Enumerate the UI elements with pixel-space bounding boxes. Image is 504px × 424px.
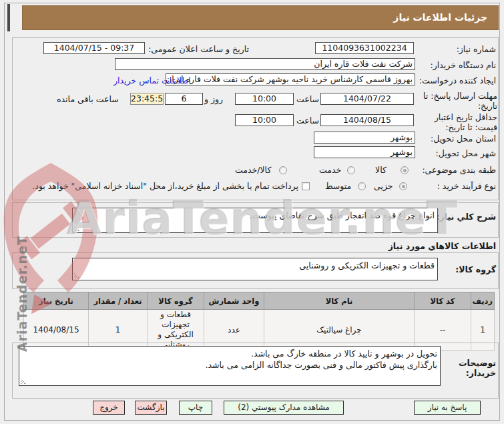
subject-class-label: طبقه بندی موضوعی:: [422, 165, 496, 175]
col-goods-name: نام کالا: [264, 292, 415, 310]
countdown-timer: 23:45:50: [130, 93, 164, 105]
price-validity-label: حداقل تاریخ اعتبار قیمت: تا تاریخ:: [423, 112, 497, 132]
goods-group-textarea[interactable]: قطعات و تجهیزات الکتریکی و روشنایی: [72, 258, 438, 280]
days-remaining-field[interactable]: 6: [165, 93, 203, 105]
request-creator-field[interactable]: بهروز قاسمی کارشناس خرید ناحیه بوشهر شرک…: [166, 73, 415, 85]
province-field[interactable]: بوشهر: [314, 132, 415, 144]
need-desc-value: انواع چراغ قوه ضد انفجار طبق شرح تقاضای …: [250, 210, 435, 220]
col-row-number: ردیف: [471, 292, 495, 310]
col-goods-code: کد کالا: [415, 292, 471, 310]
resize-handle-icon[interactable]: [21, 378, 27, 384]
goods-group-label: گروه کالا:: [455, 264, 496, 274]
table-header-row: ردیف کد کالا نام کالا واحد شمارش گروه کا…: [24, 292, 495, 310]
radio-goods-label: کالا: [375, 165, 387, 175]
process-type-label: نوع فرآیند خرید :: [437, 181, 496, 191]
radio-medium-label: متوسط: [325, 181, 351, 191]
need-number-field[interactable]: 1104093631002234: [315, 42, 414, 54]
price-validity-date-field[interactable]: 1404/08/15: [320, 114, 414, 126]
announce-datetime-field[interactable]: 1404/07/15 - 09:37: [43, 42, 145, 54]
price-validity-hour-label: ساعت: [296, 116, 319, 126]
buyer-org-field[interactable]: شرکت نفت فلات قاره ایران: [115, 58, 415, 70]
city-label: شهر محل تحویل:: [436, 148, 496, 158]
need-number-label: شماره نیاز:: [457, 44, 496, 54]
radio-service[interactable]: [347, 166, 355, 174]
goods-section-title: اطلاعات کالاهاي مورد نیاز: [389, 241, 496, 251]
resize-handle-icon[interactable]: [74, 272, 80, 278]
buyer-org-label: نام دستگاه خریدار:: [431, 60, 496, 70]
need-desc-textarea[interactable]: انواع چراغ قوه ضد انفجار طبق شرح تقاضای …: [72, 208, 438, 233]
buyer-notes-label: توضیحات خریدار:: [446, 358, 496, 378]
reply-deadline-label: مهلت ارسال پاسخ: تا تاریخ:: [419, 91, 497, 111]
radio-medium[interactable]: [358, 182, 366, 190]
print-button[interactable]: چاپ: [179, 401, 212, 415]
goods-group-value: قطعات و تجهیزات الکتریکی و روشنایی: [299, 260, 435, 270]
reply-deadline-hour-label: ساعت: [296, 94, 319, 104]
city-field[interactable]: بوشهر: [314, 146, 415, 158]
treasury-docs-label: پرداخت تمام یا بخشی از مبلغ خرید،از محل …: [47, 181, 298, 191]
province-label: استان محل تحویل:: [431, 134, 496, 144]
page-title: جزئیات اطلاعات نیاز: [22, 5, 499, 30]
col-need-date: تاریخ نیاز: [24, 292, 89, 310]
resize-handle-icon[interactable]: [74, 225, 80, 231]
radio-goods-service-label: کالا/خدمت: [235, 165, 271, 175]
view-attached-docs-button[interactable]: مشاهده مدارک پیوستي (2): [224, 401, 344, 415]
request-creator-label: ایجاد کننده درخواست:: [419, 75, 496, 85]
need-desc-label: شرح کلي نیاز:: [437, 212, 496, 222]
page: جزئیات اطلاعات نیاز شماره نیاز: 11040936…: [0, 0, 504, 424]
announce-datetime-label: تاریخ و ساعت اعلان عمومی:: [148, 44, 249, 54]
treasury-docs-checkbox[interactable]: [302, 182, 310, 190]
radio-goods-service[interactable]: [279, 166, 287, 174]
radio-minor-label: جزیی: [374, 181, 393, 191]
price-validity-hour-field[interactable]: 10:00: [235, 114, 294, 126]
reply-deadline-date-field[interactable]: 1404/07/22: [320, 93, 414, 105]
radio-minor[interactable]: [399, 182, 407, 190]
radio-service-label: خدمت: [319, 165, 341, 175]
back-button[interactable]: بازگشت: [135, 401, 167, 415]
reply-to-need-button[interactable]: پاسخ به نیاز: [414, 401, 481, 415]
radio-goods[interactable]: [401, 166, 409, 174]
reply-deadline-hour-field[interactable]: 10:00: [235, 93, 294, 105]
items-table: ردیف کد کالا نام کالا واحد شمارش گروه کا…: [23, 292, 495, 351]
col-goods-group: گروه کالا: [148, 292, 204, 310]
buyer-contact-link[interactable]: اطلاعات تماس خریدار: [113, 75, 191, 85]
days-and-label: روز و: [204, 94, 223, 104]
buyer-notes-line1: تحویل در بوشهر و تایید کالا در منطقه خار…: [22, 348, 437, 359]
buyer-notes-line2: بارگذاری پیش فاکتور مالی و فنی بصورت جدا…: [22, 359, 437, 371]
window-edge: [7, 4, 10, 31]
hours-remaining-label: ساعت باقي مانده: [57, 94, 119, 104]
buyer-notes-textarea[interactable]: تحویل در بوشهر و تایید کالا در منطقه خار…: [19, 346, 441, 386]
col-quantity: تعداد / مقدار: [89, 292, 148, 310]
exit-button[interactable]: خروج: [93, 401, 125, 415]
col-unit: واحد شمارش: [204, 292, 264, 310]
